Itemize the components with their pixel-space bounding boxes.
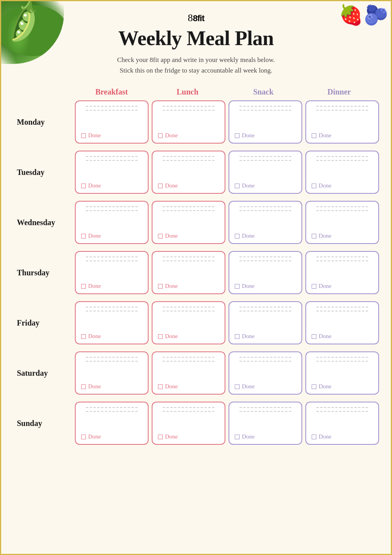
meal-cell-sunday-breakfast[interactable]: Done: [75, 402, 149, 445]
meal-cell-saturday-lunch[interactable]: Done: [152, 351, 225, 395]
meal-cell-sunday-lunch[interactable]: Done: [152, 402, 225, 445]
done-checkbox[interactable]: [158, 435, 163, 439]
done-checkbox[interactable]: [158, 184, 163, 188]
dashed-line: [240, 210, 292, 211]
done-row[interactable]: Done: [81, 333, 142, 340]
done-checkbox[interactable]: [158, 284, 163, 289]
meal-cell-thursday-breakfast[interactable]: Done: [75, 251, 149, 294]
done-row[interactable]: Done: [312, 132, 373, 139]
dashed-lines: [235, 257, 296, 277]
meal-cell-wednesday-lunch[interactable]: Done: [152, 201, 225, 244]
dashed-lines: [158, 106, 219, 127]
meal-cell-tuesday-dinner[interactable]: Done: [305, 151, 379, 194]
meal-cell-monday-snack[interactable]: Done: [229, 100, 302, 144]
meal-cell-friday-lunch[interactable]: Done: [152, 301, 225, 344]
page-subtitle: Check your 8fit app and write in your we…: [1, 55, 391, 76]
dashed-line: [163, 106, 215, 107]
done-checkbox[interactable]: [235, 133, 240, 138]
done-checkbox[interactable]: [158, 334, 163, 339]
done-checkbox[interactable]: [81, 334, 86, 339]
meal-cell-saturday-breakfast[interactable]: Done: [75, 351, 149, 395]
done-checkbox[interactable]: [312, 284, 316, 289]
dashed-lines: [158, 307, 219, 328]
done-checkbox[interactable]: [235, 234, 240, 238]
done-checkbox[interactable]: [81, 133, 86, 138]
done-row[interactable]: Done: [235, 132, 296, 139]
meal-cell-wednesday-breakfast[interactable]: Done: [75, 201, 149, 244]
done-checkbox[interactable]: [81, 384, 86, 389]
done-checkbox[interactable]: [235, 334, 240, 339]
meal-cell-wednesday-dinner[interactable]: Done: [305, 201, 379, 244]
done-row[interactable]: Done: [81, 433, 142, 440]
meal-cell-tuesday-lunch[interactable]: Done: [152, 151, 225, 194]
meal-cell-thursday-snack[interactable]: Done: [229, 251, 302, 294]
done-row[interactable]: Done: [158, 283, 219, 289]
done-row[interactable]: Done: [235, 333, 296, 340]
day-label-monday: Monday: [13, 118, 72, 127]
meal-cell-saturday-snack[interactable]: Done: [229, 351, 302, 395]
done-checkbox[interactable]: [312, 384, 316, 389]
done-row[interactable]: Done: [312, 433, 373, 440]
meal-cell-sunday-snack[interactable]: Done: [229, 402, 302, 445]
done-checkbox[interactable]: [312, 133, 316, 138]
done-row[interactable]: Done: [158, 433, 219, 440]
done-checkbox[interactable]: [158, 133, 163, 138]
done-checkbox[interactable]: [235, 384, 240, 389]
meal-cell-tuesday-breakfast[interactable]: Done: [75, 151, 149, 194]
done-row[interactable]: Done: [81, 283, 142, 289]
dashed-line: [316, 411, 368, 412]
done-row[interactable]: Done: [81, 383, 142, 390]
meal-cell-tuesday-snack[interactable]: Done: [229, 151, 302, 194]
done-row[interactable]: Done: [158, 333, 219, 340]
done-row[interactable]: Done: [312, 283, 373, 289]
meal-cell-wednesday-snack[interactable]: Done: [229, 201, 302, 244]
done-label: Done: [242, 233, 255, 239]
done-row[interactable]: Done: [235, 283, 296, 289]
done-checkbox[interactable]: [81, 435, 86, 439]
done-row[interactable]: Done: [312, 182, 373, 189]
done-checkbox[interactable]: [81, 284, 86, 289]
dashed-line: [86, 106, 138, 107]
done-row[interactable]: Done: [312, 333, 373, 340]
meal-cell-sunday-dinner[interactable]: Done: [305, 402, 379, 445]
done-label: Done: [165, 433, 178, 440]
done-row[interactable]: Done: [158, 182, 219, 189]
done-checkbox[interactable]: [312, 184, 316, 188]
page-header: 88fit Weekly Meal Plan Check your 8fit a…: [1, 1, 391, 76]
dashed-line: [316, 361, 368, 362]
day-label-wednesday: Wednesday: [13, 218, 72, 227]
meal-cell-monday-lunch[interactable]: Done: [152, 100, 225, 144]
done-checkbox[interactable]: [312, 334, 316, 339]
done-label: Done: [242, 333, 255, 340]
done-checkbox[interactable]: [235, 184, 240, 188]
done-checkbox[interactable]: [312, 234, 316, 238]
done-checkbox[interactable]: [235, 284, 240, 289]
done-row[interactable]: Done: [158, 233, 219, 239]
done-row[interactable]: Done: [235, 383, 296, 390]
done-checkbox[interactable]: [81, 184, 86, 188]
done-checkbox[interactable]: [312, 435, 316, 439]
done-row[interactable]: Done: [235, 182, 296, 189]
done-row[interactable]: Done: [312, 383, 373, 390]
done-checkbox[interactable]: [158, 384, 163, 389]
meal-cell-monday-breakfast[interactable]: Done: [75, 100, 149, 144]
done-checkbox[interactable]: [158, 234, 163, 238]
meal-cell-friday-breakfast[interactable]: Done: [75, 301, 149, 344]
done-row[interactable]: Done: [81, 182, 142, 189]
done-checkbox[interactable]: [81, 234, 86, 238]
done-row[interactable]: Done: [158, 132, 219, 139]
done-checkbox[interactable]: [235, 435, 240, 439]
meal-cell-monday-dinner[interactable]: Done: [305, 100, 379, 144]
meal-cell-friday-dinner[interactable]: Done: [305, 301, 379, 344]
done-row[interactable]: Done: [158, 383, 219, 390]
done-row[interactable]: Done: [81, 233, 142, 239]
meal-cell-friday-snack[interactable]: Done: [229, 301, 302, 344]
meal-cell-saturday-dinner[interactable]: Done: [305, 351, 379, 395]
done-row[interactable]: Done: [235, 433, 296, 440]
done-label: Done: [88, 333, 101, 340]
meal-cell-thursday-lunch[interactable]: Done: [152, 251, 225, 294]
done-row[interactable]: Done: [81, 132, 142, 139]
done-row[interactable]: Done: [312, 233, 373, 239]
done-row[interactable]: Done: [235, 233, 296, 239]
meal-cell-thursday-dinner[interactable]: Done: [305, 251, 379, 294]
